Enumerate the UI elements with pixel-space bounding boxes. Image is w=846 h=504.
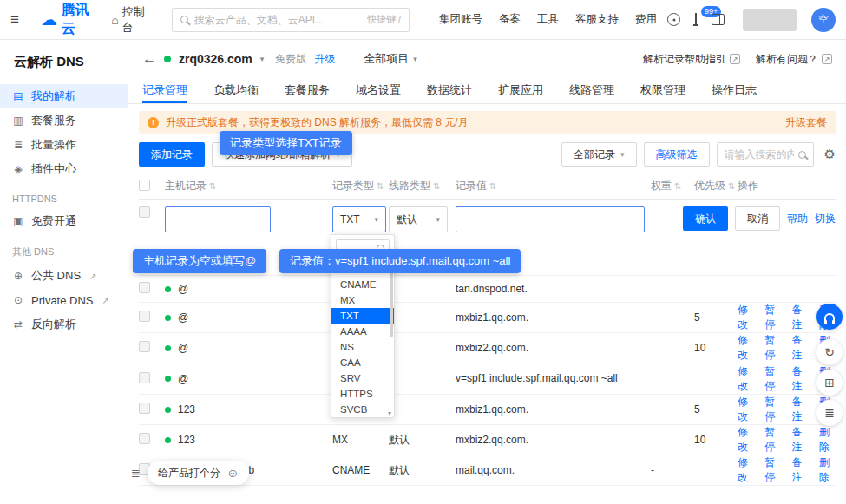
- dropdown-option-svcb[interactable]: SVCB: [331, 402, 394, 417]
- column-header-priority[interactable]: 优先级⇅: [694, 179, 738, 193]
- menu-group-account[interactable]: 集团账号: [439, 12, 482, 27]
- upgrade-plan-link[interactable]: 升级套餐: [785, 115, 827, 130]
- dropdown-scrollbar[interactable]: [390, 263, 393, 337]
- menu-tools[interactable]: 工具: [537, 12, 559, 27]
- docs-panel-button[interactable]: ⊞: [816, 370, 843, 396]
- pause-link[interactable]: 暂停: [764, 395, 781, 424]
- dropdown-option-https[interactable]: HTTPS: [331, 386, 394, 402]
- delete-link[interactable]: 删除: [819, 425, 836, 455]
- row-checkbox[interactable]: [139, 311, 150, 322]
- host-record-input[interactable]: [165, 206, 271, 232]
- menu-support[interactable]: 客服支持: [575, 12, 619, 27]
- dropdown-option-ns[interactable]: NS: [331, 339, 394, 355]
- sidebar-item-private-dns[interactable]: ⊙ Private DNS ↗: [0, 288, 128, 312]
- sidebar-item-my-resolutions[interactable]: ▤ 我的解析: [0, 84, 128, 108]
- resolution-problem-link[interactable]: 解析有问题？ ↗: [756, 52, 832, 67]
- add-record-button[interactable]: 添加记录: [139, 142, 205, 167]
- tab-record-management[interactable]: 记录管理: [142, 78, 187, 103]
- modify-link[interactable]: 修改: [738, 455, 754, 485]
- pause-link[interactable]: 暂停: [764, 364, 781, 394]
- remark-link[interactable]: 备注: [792, 333, 809, 363]
- rate-product-widget[interactable]: 给产品打个分 ☺: [148, 461, 249, 485]
- tab-load-balancing[interactable]: 负载均衡: [213, 78, 259, 103]
- pause-link[interactable]: 暂停: [764, 425, 781, 455]
- customer-service-button[interactable]: [816, 304, 843, 330]
- dropdown-option-aaaa[interactable]: AAAA: [331, 324, 394, 339]
- chevron-down-icon[interactable]: ▾: [260, 55, 265, 63]
- modify-link[interactable]: 修改: [738, 425, 754, 455]
- sidebar-collapse-icon[interactable]: ≣: [131, 467, 141, 480]
- tab-extensions[interactable]: 扩展应用: [498, 78, 543, 103]
- row-checkbox[interactable]: [139, 372, 150, 383]
- sidebar-item-plugin-center[interactable]: ◈ 插件中心: [0, 157, 128, 181]
- column-header-host[interactable]: 主机记录⇅: [165, 179, 332, 193]
- avatar[interactable]: 空: [811, 8, 836, 32]
- line-type-select[interactable]: 默认 ▾: [389, 206, 448, 232]
- select-all-checkbox[interactable]: [139, 180, 150, 191]
- pause-link[interactable]: 暂停: [764, 303, 781, 332]
- row-checkbox[interactable]: [139, 341, 150, 352]
- project-filter[interactable]: 全部项目 ▾: [364, 51, 417, 67]
- table-settings-icon[interactable]: ⚙: [824, 147, 836, 162]
- tencent-cloud-logo[interactable]: ☁ 腾讯云: [41, 2, 101, 38]
- pause-link[interactable]: 暂停: [764, 455, 781, 485]
- upgrade-link[interactable]: 升级: [314, 52, 335, 67]
- column-header-weight[interactable]: 权重⇅: [651, 179, 694, 193]
- tab-statistics[interactable]: 数据统计: [427, 78, 472, 103]
- column-header-line[interactable]: 线路类型⇅: [389, 179, 456, 193]
- advanced-filter-button[interactable]: 高级筛选: [644, 142, 710, 167]
- dropdown-option-srv[interactable]: SRV: [331, 370, 394, 386]
- tab-operation-logs[interactable]: 操作日志: [712, 78, 757, 103]
- remark-link[interactable]: 备注: [792, 395, 809, 424]
- global-search-box[interactable]: 快捷键 /: [172, 8, 410, 32]
- confirm-button[interactable]: 确认: [683, 206, 728, 231]
- modify-link[interactable]: 修改: [738, 395, 754, 424]
- row-checkbox[interactable]: [139, 403, 150, 414]
- record-search-box[interactable]: [717, 142, 814, 167]
- menu-icp[interactable]: 备案: [499, 12, 521, 27]
- cancel-button[interactable]: 取消: [735, 206, 780, 231]
- help-guide-link[interactable]: 解析记录帮助指引 ↗: [643, 52, 740, 67]
- remark-link[interactable]: 备注: [792, 364, 809, 394]
- modify-link[interactable]: 修改: [738, 303, 754, 332]
- sidebar-item-free-activate[interactable]: ▣ 免费开通: [0, 209, 128, 233]
- modify-link[interactable]: 修改: [738, 364, 754, 394]
- help-link[interactable]: 帮助: [787, 212, 808, 226]
- console-link[interactable]: ⌂ 控制台: [111, 4, 154, 36]
- row-checkbox[interactable]: [139, 206, 150, 218]
- record-filter-button[interactable]: 全部记录 ▾: [561, 142, 637, 167]
- dropdown-option-cname[interactable]: CNAME: [331, 277, 394, 292]
- sidebar-item-public-dns[interactable]: ⊕ 公共 DNS ↗: [0, 264, 128, 288]
- record-value-input[interactable]: [456, 206, 645, 232]
- column-header-value[interactable]: 记录值⇅: [456, 179, 651, 193]
- dropdown-option-txt[interactable]: TXT: [331, 308, 394, 324]
- row-checkbox[interactable]: [139, 282, 150, 293]
- back-button[interactable]: ←: [142, 51, 156, 67]
- tab-domain-settings[interactable]: 域名设置: [356, 78, 401, 103]
- domain-name[interactable]: zrq0326.com: [179, 52, 252, 66]
- dropdown-option-mx[interactable]: MX: [331, 292, 394, 308]
- sidebar-item-batch-operations[interactable]: ≣ 批量操作: [0, 133, 128, 157]
- modify-link[interactable]: 修改: [738, 333, 754, 363]
- survey-button[interactable]: ≣: [816, 400, 843, 426]
- pause-link[interactable]: 暂停: [764, 333, 781, 363]
- sidebar-item-reverse-resolution[interactable]: ⇄ 反向解析: [0, 312, 128, 337]
- row-checkbox[interactable]: [139, 433, 150, 444]
- record-type-select[interactable]: TXT ▾: [332, 206, 386, 232]
- dropdown-option-caa[interactable]: CAA: [331, 355, 394, 370]
- record-search-input[interactable]: [725, 148, 794, 160]
- menu-billing[interactable]: 费用: [635, 12, 657, 27]
- notifications-button[interactable]: 99+: [695, 14, 697, 26]
- tab-plan-service[interactable]: 套餐服务: [285, 78, 330, 103]
- assistant-icon[interactable]: [667, 13, 680, 26]
- remark-link[interactable]: 备注: [792, 455, 809, 485]
- sidebar-item-plan-service[interactable]: ▥ 套餐服务: [0, 108, 128, 133]
- tab-line-management[interactable]: 线路管理: [569, 78, 614, 103]
- remark-link[interactable]: 备注: [792, 425, 809, 455]
- tab-permissions[interactable]: 权限管理: [640, 78, 685, 103]
- feedback-button[interactable]: ↻: [816, 339, 843, 365]
- account-name-redacted[interactable]: [743, 9, 797, 31]
- delete-link[interactable]: 删除: [819, 455, 836, 485]
- workbench-icon[interactable]: [712, 14, 725, 25]
- remark-link[interactable]: 备注: [792, 303, 809, 332]
